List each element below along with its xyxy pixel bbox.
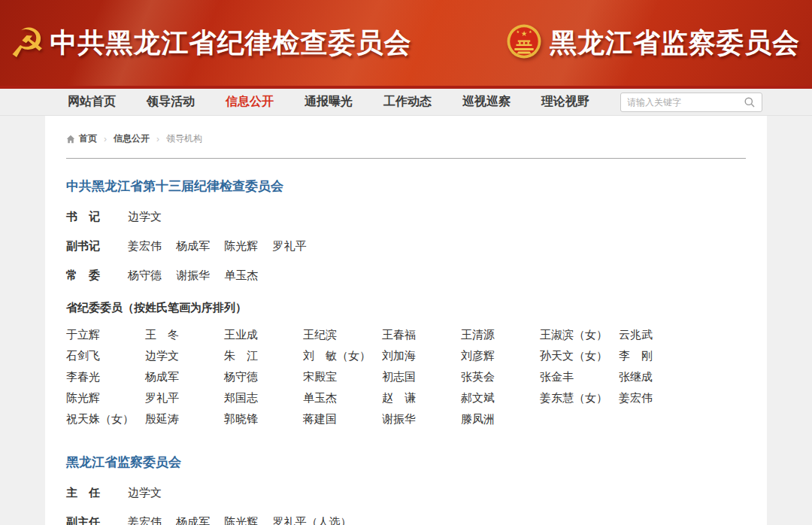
- officer-name: 陈光辉: [224, 515, 258, 525]
- nav-item-information-disclosure[interactable]: 信息公开: [226, 94, 274, 110]
- main-navigation: 网站首页 领导活动 信息公开 通报曝光 工作动态 巡视巡察 理论视野: [0, 89, 812, 116]
- officer-label: 副主任: [66, 514, 128, 525]
- officer-name: 罗礼平（人选）: [273, 515, 352, 525]
- member-name: 初志国: [382, 366, 461, 387]
- member-name: 孙天文（女）: [540, 345, 619, 366]
- officer-row-standing-committee: 常 委 杨守德 谢振华 单玉杰: [66, 268, 746, 283]
- member-name: 蒋建国: [303, 408, 382, 429]
- member-name: 张金丰: [540, 366, 619, 387]
- member-name: 李 刚: [619, 345, 698, 366]
- breadcrumb-divider: [66, 158, 746, 159]
- svg-text:★: ★: [529, 29, 532, 34]
- member-name: 姜宏伟: [619, 387, 698, 408]
- officer-name: 陈光辉: [224, 239, 258, 252]
- nav-inner: 网站首页 领导活动 信息公开 通报曝光 工作动态 巡视巡察 理论视野: [45, 89, 767, 115]
- committee1-title: 中共黑龙江省第十三届纪律检查委员会: [66, 178, 746, 195]
- member-name: 边学文: [145, 345, 224, 366]
- member-name: 姜东慧（女）: [540, 387, 619, 408]
- officer-label: 主 任: [66, 485, 128, 500]
- member-name: 陈光辉: [66, 387, 145, 408]
- search-box: [620, 93, 762, 112]
- officer-label: 副书记: [66, 238, 128, 253]
- nav-item-work-trends[interactable]: 工作动态: [383, 94, 432, 110]
- banner-left-brand: ☭ 中共黑龙江省纪律检查委员会: [9, 23, 411, 63]
- search-input[interactable]: [627, 97, 744, 108]
- member-name: 刘 敏（女）: [303, 345, 382, 366]
- member-name: 王 冬: [145, 324, 224, 345]
- nav-item-leader-activities[interactable]: 领导活动: [147, 94, 195, 110]
- member-name: 李春光: [66, 366, 145, 387]
- officer-name: 杨成军: [176, 515, 210, 525]
- breadcrumb-separator: ›: [104, 134, 107, 144]
- nav-item-exposure[interactable]: 通报曝光: [304, 94, 353, 110]
- member-name: 王业成: [224, 324, 303, 345]
- officer-name: 罗礼平: [273, 239, 307, 252]
- member-name: 朱 江: [224, 345, 303, 366]
- member-name: 王纪滨: [303, 324, 382, 345]
- search-icon[interactable]: [744, 96, 756, 108]
- home-icon: [66, 135, 75, 144]
- banner-right-brand: ★ ★ ★ 黑龙江省监察委员会: [506, 23, 800, 62]
- banner-left-title: 中共黑龙江省纪律检查委员会: [50, 25, 411, 62]
- breadcrumb: 首页 › 信息公开 › 领导机构: [66, 132, 746, 145]
- officer-name: 姜宏伟: [128, 239, 162, 252]
- breadcrumb-current: 领导机构: [166, 132, 202, 145]
- committee2-title: 黑龙江省监察委员会: [66, 454, 746, 471]
- party-emblem-icon: ☭: [9, 23, 45, 63]
- member-name: 张英会: [461, 366, 540, 387]
- member-name: 赵 谦: [382, 387, 461, 408]
- member-name: 郑国志: [224, 387, 303, 408]
- member-name: 殷延涛: [145, 408, 224, 429]
- member-name: 王春福: [382, 324, 461, 345]
- breadcrumb-separator: ›: [156, 134, 159, 144]
- officer-name: 边学文: [128, 210, 162, 223]
- banner-right-title: 黑龙江省监察委员会: [550, 25, 800, 62]
- nav-item-inspection[interactable]: 巡视巡察: [462, 94, 511, 110]
- officer-row-director: 主 任 边学文: [66, 485, 746, 500]
- officer-name: 杨成军: [176, 239, 210, 252]
- member-name: 郝文斌: [461, 387, 540, 408]
- member-name: 王淑滨（女）: [540, 324, 619, 345]
- officer-names: 杨守德 谢振华 单玉杰: [128, 268, 269, 283]
- national-emblem-icon: ★ ★ ★: [506, 23, 542, 62]
- member-name: 滕凤洲: [461, 408, 540, 429]
- officer-row-deputy-directors: 副主任 姜宏伟 杨成军 陈光辉 罗礼平（人选）: [66, 514, 746, 525]
- officer-names: 边学文: [128, 485, 173, 500]
- svg-text:★: ★: [516, 29, 520, 34]
- officer-name: 谢振华: [176, 269, 210, 281]
- officer-names: 姜宏伟 杨成军 陈光辉 罗礼平（人选）: [128, 514, 363, 525]
- svg-text:★: ★: [521, 29, 528, 38]
- member-name: 杨成军: [145, 366, 224, 387]
- officer-names: 边学文: [128, 209, 173, 224]
- breadcrumb-home[interactable]: 首页: [79, 132, 97, 145]
- content-panel: 首页 › 信息公开 › 领导机构 中共黑龙江省第十三届纪律检查委员会 书 记 边…: [45, 116, 767, 525]
- officer-name: 姜宏伟: [128, 515, 162, 525]
- member-name: 罗礼平: [145, 387, 224, 408]
- officer-names: 姜宏伟 杨成军 陈光辉 罗礼平: [128, 238, 318, 253]
- officer-label: 书 记: [66, 209, 128, 224]
- members-header: 省纪委委员（按姓氏笔画为序排列）: [66, 301, 746, 315]
- member-name: 宋殿宝: [303, 366, 382, 387]
- breadcrumb-information-disclosure[interactable]: 信息公开: [114, 132, 150, 145]
- officer-label: 常 委: [66, 268, 128, 283]
- member-name: 张继成: [619, 366, 698, 387]
- member-name: 郭晓锋: [224, 408, 303, 429]
- site-banner: ☭ 中共黑龙江省纪律检查委员会 ★ ★ ★ 黑龙江省监察委员会: [0, 0, 812, 89]
- member-name: 谢振华: [382, 408, 461, 429]
- member-name: 于立辉: [66, 324, 145, 345]
- member-name: 刘加海: [382, 345, 461, 366]
- officer-row-deputy-secretaries: 副书记 姜宏伟 杨成军 陈光辉 罗礼平: [66, 238, 746, 253]
- members-grid: 于立辉 王 冬 王业成 王纪滨 王春福 王清源 王淑滨（女） 云兆武 石剑飞 边…: [66, 324, 746, 429]
- member-name: 单玉杰: [303, 387, 382, 408]
- member-name: 杨守德: [224, 366, 303, 387]
- officer-name: 单玉杰: [224, 269, 258, 281]
- member-name: 祝天姝（女）: [66, 408, 145, 429]
- officer-name: 边学文: [128, 486, 162, 499]
- officer-name: 杨守德: [128, 269, 162, 281]
- member-name: 王清源: [461, 324, 540, 345]
- officer-row-secretary: 书 记 边学文: [66, 209, 746, 224]
- member-name: 云兆武: [619, 324, 698, 345]
- nav-item-home[interactable]: 网站首页: [68, 94, 116, 110]
- member-name: 刘彦辉: [461, 345, 540, 366]
- nav-item-theory[interactable]: 理论视野: [541, 94, 589, 110]
